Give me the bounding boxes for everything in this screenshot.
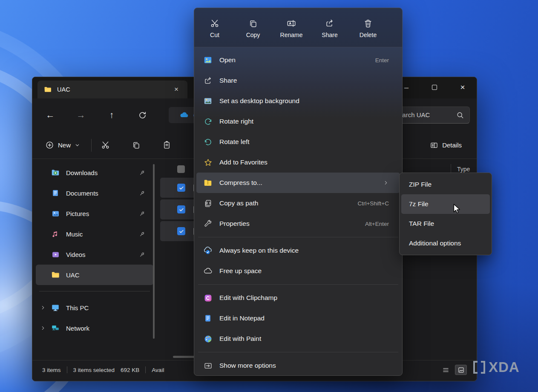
quick-action-label: Copy	[246, 32, 260, 38]
menu-item-label: Edit with Paint	[219, 335, 389, 343]
sidebar-item-network[interactable]: Network	[36, 318, 153, 338]
sidebar-scrollbar[interactable]	[153, 164, 155, 339]
menu-item-always-keep-on-device[interactable]: Always keep on this device	[196, 240, 400, 261]
checkbox-checked-icon[interactable]	[177, 227, 185, 235]
select-all-checkbox[interactable]	[177, 165, 185, 173]
cut-button[interactable]	[96, 136, 115, 155]
onedrive-icon	[179, 110, 189, 120]
pin-icon	[137, 188, 147, 198]
menu-item-rotate-right[interactable]: Rotate right	[196, 111, 400, 132]
chevron-right-icon[interactable]	[36, 305, 50, 311]
cloud-check-icon	[203, 245, 213, 256]
menu-item-compress-to[interactable]: Compress to...	[196, 173, 400, 193]
submenu-item-additional-options[interactable]: Additional options	[401, 233, 490, 253]
forward-button[interactable]: →	[72, 106, 90, 124]
folder-icon	[43, 84, 53, 95]
cut-action[interactable]: Cut	[197, 12, 233, 45]
maximize-button[interactable]	[420, 78, 449, 97]
menu-item-label: Always keep on this device	[219, 247, 389, 254]
sidebar-item-downloads[interactable]: Downloads	[36, 162, 153, 183]
open-photo-icon	[203, 55, 213, 65]
menu-item-label: Add to Favorites	[219, 159, 389, 166]
sidebar-item-label: Music	[66, 231, 137, 238]
sidebar-item-label: Pictures	[66, 210, 137, 217]
copy-button[interactable]	[127, 136, 145, 155]
sidebar-item-uac[interactable]: UAC	[36, 265, 153, 285]
desktop-background-icon	[203, 96, 213, 106]
menu-item-shortcut: Alt+Enter	[365, 221, 389, 227]
pin-icon	[137, 250, 147, 259]
close-button[interactable]: ×	[449, 78, 477, 97]
pin-icon	[137, 229, 147, 239]
menu-item-free-up-space[interactable]: Free up space	[196, 261, 400, 281]
refresh-button[interactable]	[133, 106, 152, 124]
menu-item-share[interactable]: Share	[196, 70, 400, 91]
submenu-item-tar-file[interactable]: TAR File	[401, 214, 490, 233]
copy-action[interactable]: Copy	[235, 12, 271, 45]
menu-item-properties[interactable]: Properties Alt+Enter	[196, 213, 400, 234]
menu-item-rotate-left[interactable]: Rotate left	[196, 132, 400, 152]
sidebar-item-this-pc[interactable]: This PC	[36, 297, 153, 318]
submenu-item-zip-file[interactable]: ZIP File	[401, 175, 490, 194]
checkbox-checked-icon[interactable]	[177, 184, 185, 192]
pin-icon	[137, 209, 147, 218]
xda-logo-text: XDA	[489, 359, 520, 375]
menu-item-copy-as-path[interactable]: Copy as path Ctrl+Shift+C	[196, 193, 400, 213]
copy-path-icon	[203, 198, 213, 208]
new-button[interactable]: New	[40, 137, 85, 153]
mouse-cursor	[452, 203, 463, 215]
menu-item-edit-with-clipchamp[interactable]: Edit with Clipchamp	[196, 288, 400, 308]
details-view-icon[interactable]	[440, 365, 452, 375]
view-toggles	[440, 365, 467, 375]
window-controls: – ×	[392, 78, 477, 97]
star-icon	[203, 157, 213, 167]
submenu-item-label: ZIP File	[409, 181, 432, 188]
documents-icon	[50, 188, 60, 198]
tab-close-icon[interactable]: ×	[170, 84, 182, 95]
submenu-arrow-icon	[383, 180, 389, 186]
details-button-label: Details	[442, 141, 462, 149]
sidebar-item-music[interactable]: Music	[36, 224, 153, 244]
sidebar-item-label: Documents	[66, 190, 137, 197]
menu-item-shortcut: Ctrl+Shift+C	[357, 200, 389, 207]
cloud-icon	[203, 266, 213, 276]
details-button[interactable]: Details	[426, 138, 466, 153]
share-action[interactable]: Share	[312, 12, 348, 45]
folder-icon	[50, 270, 60, 280]
tab-uac[interactable]: UAC ×	[37, 81, 187, 98]
rotate-right-icon	[203, 116, 213, 127]
item-count: 3 items	[42, 367, 61, 373]
menu-item-add-to-favorites[interactable]: Add to Favorites	[196, 152, 400, 173]
menu-item-set-desktop-background[interactable]: Set as desktop background	[196, 91, 400, 111]
pin-icon	[137, 168, 147, 177]
thumbnail-view-icon[interactable]	[455, 365, 467, 375]
status-divider	[67, 366, 67, 373]
compress-folder-icon	[203, 178, 213, 188]
new-button-label: New	[58, 141, 71, 149]
sidebar-item-pictures[interactable]: Pictures	[36, 203, 153, 224]
up-button[interactable]: ↑	[102, 106, 121, 124]
chevron-down-icon	[75, 142, 80, 148]
context-menu: Cut Copy Rename Share	[194, 8, 403, 376]
menu-item-edit-in-notepad[interactable]: Edit in Notepad	[196, 308, 400, 329]
chevron-right-icon[interactable]	[36, 325, 50, 331]
clipchamp-icon	[203, 293, 213, 303]
back-button[interactable]: ←	[41, 106, 60, 124]
menu-item-edit-with-paint[interactable]: Edit with Paint	[196, 329, 400, 349]
submenu-item-label: TAR File	[409, 220, 434, 228]
menu-item-open[interactable]: Open Enter	[196, 50, 400, 70]
this-pc-icon	[50, 303, 60, 313]
context-menu-list: Open Enter Share Set as desktop backgrou…	[194, 47, 402, 376]
search-icon[interactable]	[456, 111, 464, 119]
menu-item-label: Copy as path	[219, 199, 351, 207]
paste-button[interactable]	[157, 136, 176, 155]
checkbox-checked-icon[interactable]	[177, 205, 185, 213]
notepad-icon	[203, 313, 213, 323]
sidebar-item-videos[interactable]: Videos	[36, 244, 153, 265]
rename-action[interactable]: Rename	[273, 12, 309, 45]
menu-item-show-more-options[interactable]: Show more options	[196, 355, 400, 376]
sidebar-item-documents[interactable]: Documents	[36, 183, 153, 203]
share-icon	[325, 19, 334, 28]
delete-action[interactable]: Delete	[350, 12, 386, 45]
submenu-item-7z-file[interactable]: 7z File	[401, 194, 490, 214]
